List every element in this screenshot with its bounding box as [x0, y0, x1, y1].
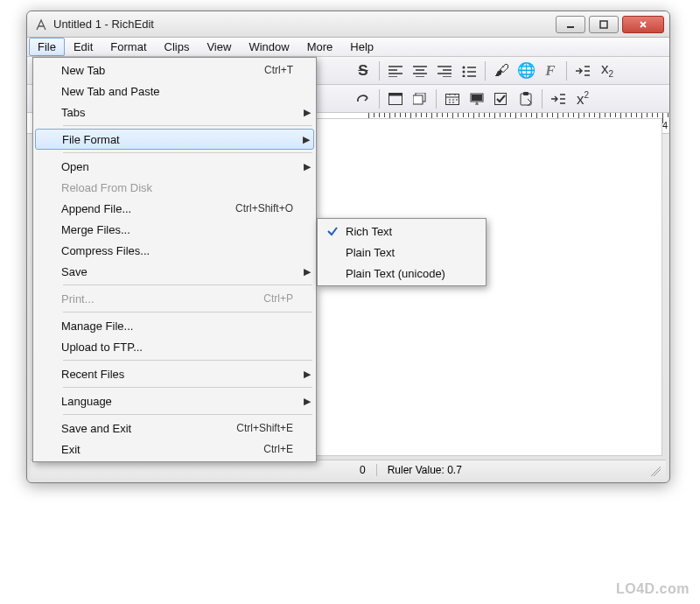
menu-separator	[63, 414, 312, 415]
svg-point-2	[463, 66, 466, 68]
menu-item-manage-file[interactable]: Manage File...	[35, 315, 314, 336]
menu-item-label: Manage File...	[61, 320, 221, 333]
statusbar: 0 Ruler Value: 0.7	[31, 460, 666, 479]
submenu-item-label: Rich Text	[346, 225, 484, 238]
toolbar-separator	[436, 89, 437, 109]
svg-point-3	[463, 70, 466, 73]
menu-item-append-file[interactable]: Append File...Ctrl+Shift+O	[35, 198, 314, 219]
font-f-button[interactable]: F	[538, 60, 563, 82]
app-icon	[34, 18, 48, 32]
menu-item-upload-to-ftp[interactable]: Upload to FTP...	[35, 336, 314, 357]
menu-item-label: Save and Exit	[61, 422, 221, 435]
svg-rect-6	[389, 93, 402, 95]
indent-button[interactable]	[546, 88, 570, 110]
menu-item-tabs[interactable]: Tabs▶	[35, 102, 314, 123]
menu-item-new-tab[interactable]: New TabCtrl+T	[35, 60, 314, 81]
menu-item-shortcut: Ctrl+E	[221, 443, 300, 455]
submenu-item-plain-text[interactable]: Plain Text	[319, 242, 484, 263]
align-center-button[interactable]	[408, 60, 432, 82]
submenu-arrow-icon: ▶	[300, 396, 314, 407]
submenu-item-label: Plain Text	[346, 246, 484, 259]
menu-clips[interactable]: Clips	[156, 38, 199, 56]
toolbar-separator	[379, 61, 380, 81]
svg-rect-11	[472, 95, 482, 101]
superscript-button[interactable]: x2	[570, 88, 595, 110]
svg-rect-1	[600, 21, 607, 28]
minimize-button[interactable]	[556, 16, 585, 33]
menu-item-label: Tabs	[61, 106, 221, 119]
menu-item-compress-files[interactable]: Compress Files...	[35, 240, 314, 261]
submenu-arrow-icon: ▶	[300, 161, 314, 172]
watermark: LO4D.com	[616, 581, 690, 597]
menu-item-exit[interactable]: ExitCtrl+E	[35, 439, 314, 460]
toolbar-separator	[485, 61, 486, 81]
menu-item-new-tab-and-paste[interactable]: New Tab and Paste	[35, 81, 314, 102]
menu-item-label: Recent Files	[61, 368, 221, 381]
menu-item-label: Upload to FTP...	[61, 341, 221, 354]
svg-rect-12	[495, 93, 507, 104]
menu-view[interactable]: View	[198, 38, 240, 56]
submenu-item-label: Plain Text (unicode)	[346, 267, 484, 280]
strike-button[interactable]: S	[351, 60, 375, 82]
globe-button[interactable]: 🌐	[514, 60, 538, 82]
svg-rect-14	[523, 92, 528, 95]
menu-format[interactable]: Format	[102, 38, 155, 56]
menu-item-open[interactable]: Open▶	[35, 156, 314, 177]
submenu-item-plain-text-unicode[interactable]: Plain Text (unicode)	[319, 263, 484, 284]
menu-item-save[interactable]: Save▶	[35, 261, 314, 282]
menu-item-merge-files[interactable]: Merge Files...	[35, 219, 314, 240]
menu-item-label: Compress Files...	[61, 244, 221, 257]
submenu-arrow-icon: ▶	[299, 134, 313, 145]
check-icon	[319, 221, 346, 242]
toolbar-separator	[542, 89, 542, 109]
maximize-button[interactable]	[589, 16, 619, 33]
file-format-submenu: Rich TextPlain TextPlain Text (unicode)	[317, 218, 486, 286]
redo-button[interactable]	[351, 88, 375, 110]
menu-item-label: Open	[61, 160, 221, 173]
file-menu-dropdown: New TabCtrl+TNew Tab and PasteTabs▶File …	[32, 57, 317, 462]
window-button[interactable]	[383, 88, 408, 110]
toolbar-separator	[566, 61, 567, 81]
menu-file[interactable]: File	[29, 38, 65, 56]
menu-item-label: New Tab	[61, 64, 221, 77]
menu-item-recent-files[interactable]: Recent Files▶	[35, 363, 314, 384]
menu-separator	[63, 284, 312, 285]
check-button[interactable]	[489, 88, 514, 110]
submenu-item-rich-text[interactable]: Rich Text	[319, 221, 484, 242]
menu-more[interactable]: More	[298, 38, 342, 56]
menu-window[interactable]: Window	[240, 38, 298, 56]
calendar-button[interactable]	[440, 88, 465, 110]
align-right-button[interactable]	[432, 60, 457, 82]
window-title: Untitled 1 - RichEdit	[53, 18, 154, 31]
menu-item-label: Print...	[61, 292, 221, 306]
monitor-button[interactable]	[465, 88, 489, 110]
menu-item-language[interactable]: Language▶	[35, 390, 314, 411]
svg-rect-0	[567, 26, 574, 28]
subscript-button[interactable]: x2	[595, 60, 620, 82]
menu-item-label: New Tab and Paste	[61, 85, 221, 98]
menu-item-shortcut: Ctrl+T	[221, 64, 300, 76]
menu-item-label: Language	[61, 395, 221, 408]
brush-button[interactable]: 🖌	[489, 60, 514, 82]
align-left-button[interactable]	[383, 60, 408, 82]
stack-button[interactable]	[408, 88, 432, 110]
menu-item-label: Merge Files...	[61, 223, 221, 236]
close-button[interactable]	[622, 16, 664, 33]
menubar: FileEditFormatClipsViewWindowMoreHelp	[27, 38, 669, 57]
menu-item-shortcut: Ctrl+Shift+E	[221, 422, 300, 434]
indent-button[interactable]	[570, 60, 595, 82]
resize-grip[interactable]	[648, 464, 661, 476]
menu-item-label: File Format	[62, 133, 220, 146]
menu-item-file-format[interactable]: File Format▶	[35, 129, 314, 150]
submenu-arrow-icon: ▶	[300, 107, 314, 118]
svg-point-4	[463, 74, 466, 77]
menu-help[interactable]: Help	[341, 38, 382, 56]
menu-item-save-and-exit[interactable]: Save and ExitCtrl+Shift+E	[35, 418, 314, 439]
menu-edit[interactable]: Edit	[65, 38, 102, 56]
menu-separator	[63, 312, 312, 313]
list-button[interactable]	[457, 60, 481, 82]
paste-button[interactable]	[514, 88, 538, 110]
status-ruler: Ruler Value: 0.7	[388, 464, 462, 476]
status-separator	[376, 464, 377, 476]
menu-separator	[63, 387, 312, 388]
